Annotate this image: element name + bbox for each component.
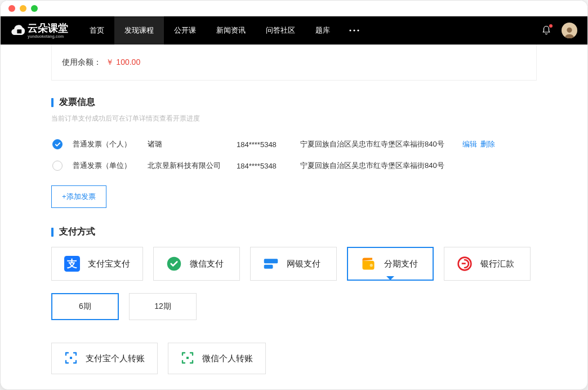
alipay-icon: 支 — [64, 256, 80, 272]
alipay-transfer-icon — [64, 351, 78, 366]
svg-rect-13 — [70, 357, 72, 359]
pay-method-wechat[interactable]: 微信支付 — [153, 247, 240, 281]
balance-amount: ￥ 100.00 — [106, 57, 140, 67]
notification-dot — [549, 24, 553, 28]
transfer-label: 支付宝个人转账 — [86, 353, 145, 364]
invoice-edit-link[interactable]: 编辑 — [462, 140, 477, 148]
nav-item-0[interactable]: 首页 — [79, 16, 114, 45]
invoice-type: 普通发票（个人） — [73, 139, 137, 149]
svg-rect-0 — [17, 29, 21, 33]
brand-domain: yunduoketang.com — [28, 34, 68, 38]
invoice-address: 宁夏回族自治区吴忠市红寺堡区幸福街840号 — [300, 161, 447, 171]
pay-method-label: 分期支付 — [384, 259, 418, 269]
svg-point-2 — [353, 29, 355, 31]
transfer-label: 微信个人转账 — [202, 353, 253, 364]
nav-item-4[interactable]: 问答社区 — [256, 16, 305, 45]
invoice-address: 宁夏回族自治区吴忠市红寺堡区幸福街840号 — [300, 139, 447, 149]
brand-logo[interactable]: 云朵课堂 yunduoketang.com — [11, 23, 68, 38]
nav-item-5[interactable]: 题库 — [305, 16, 340, 45]
notification-bell-icon[interactable] — [541, 25, 551, 36]
window-zoom[interactable] — [31, 5, 38, 12]
user-avatar[interactable] — [562, 23, 577, 38]
svg-rect-9 — [264, 265, 273, 269]
pay-method-alipay[interactable]: 支支付宝支付 — [51, 247, 143, 281]
svg-point-1 — [349, 29, 351, 31]
invoice-radio[interactable] — [52, 139, 63, 149]
transfer-alipay-transfer[interactable]: 支付宝个人转账 — [51, 343, 158, 374]
transfer-wechat-transfer[interactable]: 微信个人转账 — [168, 343, 266, 374]
svg-text:支: 支 — [66, 258, 77, 269]
invoice-name: 北京昱新科技有限公司 — [148, 161, 226, 171]
installment-term[interactable]: 12期 — [129, 293, 197, 320]
pay-method-bank[interactable]: 银行汇款 — [444, 247, 531, 281]
svg-point-4 — [567, 28, 572, 33]
svg-rect-14 — [186, 357, 189, 359]
pay-method-label: 银行汇款 — [480, 259, 514, 269]
nav-more[interactable] — [340, 29, 368, 32]
bank-icon — [457, 256, 473, 272]
unionpay-icon — [263, 256, 279, 272]
invoice-actions: 编辑删除 — [462, 139, 498, 149]
cloud-logo-icon — [11, 23, 26, 38]
pay-method-label: 网银支付 — [287, 259, 320, 269]
invoice-delete-link[interactable]: 删除 — [480, 140, 495, 148]
window-close[interactable] — [8, 5, 15, 12]
installment-icon — [360, 256, 376, 272]
pay-method-installment[interactable]: 分期支付 — [347, 247, 434, 281]
invoice-row: 普通发票（单位）北京昱新科技有限公司184****5348宁夏回族自治区吴忠市红… — [51, 155, 537, 176]
nav-item-1[interactable]: 发现课程 — [114, 16, 164, 45]
invoice-name: 诸璐 — [148, 139, 226, 149]
svg-rect-12 — [462, 263, 466, 264]
invoice-section-title: 发票信息 — [51, 96, 537, 108]
app-window: 云朵课堂 yunduoketang.com 首页发现课程公开课新闻资讯问答社区题… — [0, 0, 588, 390]
pay-method-label: 微信支付 — [190, 259, 224, 269]
page-content: 使用余额： ￥ 100.00 发票信息 当前订单支付成功后可在订单详情页查看开票… — [1, 45, 587, 389]
payment-section-title: 支付方式 — [51, 226, 537, 238]
add-invoice-button[interactable]: +添加发票 — [51, 185, 106, 208]
window-titlebar — [1, 1, 587, 16]
top-nav: 云朵课堂 yunduoketang.com 首页发现课程公开课新闻资讯问答社区题… — [1, 16, 587, 45]
brand-name: 云朵课堂 — [28, 23, 68, 33]
svg-point-10 — [370, 264, 373, 267]
nav-item-2[interactable]: 公开课 — [164, 16, 206, 45]
balance-label: 使用余额： — [62, 57, 101, 67]
installment-term[interactable]: 6期 — [51, 293, 119, 320]
nav-item-3[interactable]: 新闻资讯 — [206, 16, 256, 45]
window-minimize[interactable] — [20, 5, 26, 12]
invoice-row: 普通发票（个人）诸璐184****5348宁夏回族自治区吴忠市红寺堡区幸福街84… — [51, 134, 537, 155]
invoice-type: 普通发票（单位） — [73, 161, 137, 171]
svg-point-3 — [357, 29, 359, 31]
wechat-transfer-icon — [181, 351, 194, 366]
pay-method-unionpay[interactable]: 网银支付 — [250, 247, 337, 281]
invoice-phone: 184****5348 — [237, 140, 290, 149]
pay-method-label: 支付宝支付 — [88, 259, 130, 269]
wechat-icon — [166, 256, 182, 272]
invoice-section-subtitle: 当前订单支付成功后可在订单详情页查看开票进度 — [51, 114, 537, 123]
invoice-phone: 184****5348 — [237, 162, 290, 170]
invoice-radio[interactable] — [52, 161, 63, 171]
balance-box: 使用余额： ￥ 100.00 — [51, 45, 537, 81]
svg-rect-8 — [264, 259, 278, 263]
